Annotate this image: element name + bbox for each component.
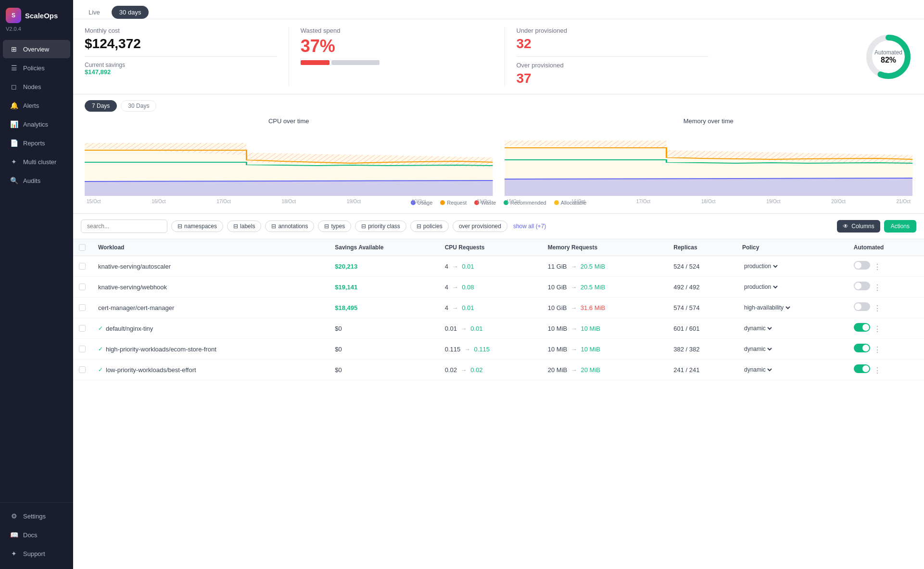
search-input[interactable] bbox=[81, 220, 167, 233]
chart-tab-30days[interactable]: 30 Days bbox=[121, 100, 156, 112]
tab-30days[interactable]: 30 days bbox=[112, 6, 149, 19]
automated-toggle[interactable] bbox=[854, 302, 870, 311]
filter-icon-policies: ⊟ bbox=[417, 223, 421, 230]
th-savings: Savings Available bbox=[329, 239, 439, 256]
docs-icon: 📖 bbox=[10, 530, 18, 539]
summary-row: Monthly cost $124,372 Current savings $1… bbox=[73, 19, 924, 94]
automated-toggle[interactable] bbox=[854, 344, 870, 352]
automated-label: Automated 82% bbox=[874, 49, 902, 65]
automated-toggle[interactable] bbox=[854, 261, 870, 270]
policy-select[interactable]: production bbox=[742, 262, 779, 270]
memory-chart-area: 15/Oct16/Oct17/Oct18/Oct19/Oct20/Oct21/O… bbox=[505, 129, 913, 196]
mem-arrow: → bbox=[570, 284, 577, 291]
sidebar-item-settings[interactable]: ⚙ Settings bbox=[3, 507, 70, 525]
filter-priority-class[interactable]: ⊟ priority class bbox=[355, 220, 406, 232]
filter-types[interactable]: ⊟ types bbox=[318, 220, 351, 232]
row-menu-button[interactable]: ⋮ bbox=[872, 366, 883, 375]
sidebar-item-support[interactable]: ✦ Support bbox=[3, 544, 70, 563]
columns-button[interactable]: 👁 Columns bbox=[837, 220, 880, 233]
filter-over-provisioned[interactable]: over provisioned bbox=[453, 220, 507, 232]
workload-table: Workload Savings Available CPU Requests … bbox=[73, 239, 924, 380]
cpu-arrow: → bbox=[452, 284, 458, 291]
th-checkbox bbox=[73, 239, 92, 256]
charts-row: CPU over time bbox=[85, 117, 912, 196]
sidebar-item-analytics[interactable]: 📊 Analytics bbox=[3, 115, 70, 133]
policy-select[interactable]: production bbox=[742, 283, 779, 291]
mem-arrow: → bbox=[570, 304, 577, 311]
table-row: ✓ low-priority-workloads/best-effort $0 … bbox=[73, 360, 924, 380]
mem-arrow: → bbox=[571, 325, 577, 332]
tab-live[interactable]: Live bbox=[81, 6, 108, 19]
cpu-chart-area: 15/Oct16/Oct17/Oct18/Oct19/Oct20/Oct21/O… bbox=[85, 129, 493, 196]
filter-namespaces[interactable]: ⊟ namespaces bbox=[171, 220, 223, 232]
row-workload: knative-serving/autoscaler bbox=[92, 256, 329, 277]
row-checkbox[interactable] bbox=[79, 366, 86, 373]
row-menu-button[interactable]: ⋮ bbox=[872, 262, 883, 272]
sidebar-item-nodes[interactable]: ◻ Nodes bbox=[3, 78, 70, 96]
sidebar-label-alerts: Alerts bbox=[23, 102, 39, 109]
automated-toggle[interactable] bbox=[854, 323, 870, 332]
row-memory: 10 GiB → 31.6 MiB bbox=[542, 297, 668, 318]
svg-marker-9 bbox=[505, 178, 913, 196]
sidebar-item-overview[interactable]: ⊞ Overview bbox=[3, 40, 70, 58]
row-checkbox-cell bbox=[73, 339, 92, 360]
sidebar-nav: ⊞ Overview ☰ Policies ◻ Nodes 🔔 Alerts 📊… bbox=[0, 38, 73, 502]
policy-select[interactable]: high-availability bbox=[742, 304, 792, 311]
wasted-spend-value: 37% bbox=[301, 36, 493, 56]
row-memory: 20 MiB → 20 MiB bbox=[542, 360, 668, 380]
row-menu-button[interactable]: ⋮ bbox=[872, 283, 883, 292]
sidebar-item-docs[interactable]: 📖 Docs bbox=[3, 526, 70, 544]
row-workload: ✓ default/nginx-tiny bbox=[92, 318, 329, 339]
row-menu-button[interactable]: ⋮ bbox=[872, 345, 883, 354]
multicluster-icon: ✦ bbox=[10, 157, 18, 166]
filter-labels[interactable]: ⊟ labels bbox=[227, 220, 261, 232]
mem-arrow: → bbox=[571, 346, 577, 353]
policy-select[interactable]: dynamic bbox=[742, 345, 773, 353]
row-workload: ✓ high-priority-workloads/ecom-store-fro… bbox=[92, 339, 329, 360]
actions-button[interactable]: Actions bbox=[884, 220, 916, 233]
filter-policies[interactable]: ⊟ policies bbox=[410, 220, 449, 232]
filter-annotations[interactable]: ⊟ annotations bbox=[265, 220, 314, 232]
chart-tab-7days[interactable]: 7 Days bbox=[85, 100, 117, 112]
row-checkbox[interactable] bbox=[79, 304, 86, 311]
donut-chart: Automated 82% bbox=[864, 33, 912, 81]
sidebar-item-reports[interactable]: 📄 Reports bbox=[3, 134, 70, 152]
sidebar-item-policies[interactable]: ☰ Policies bbox=[3, 59, 70, 77]
row-checkbox[interactable] bbox=[79, 284, 86, 290]
sidebar-item-audits[interactable]: 🔍 Audits bbox=[3, 171, 70, 190]
header-checkbox[interactable] bbox=[79, 244, 86, 251]
policy-select[interactable]: dynamic bbox=[742, 324, 773, 332]
row-automated: ⋮ bbox=[848, 277, 924, 297]
waste-bar bbox=[301, 60, 493, 65]
monthly-cost-card: Monthly cost $124,372 Current savings $1… bbox=[85, 27, 289, 86]
automated-toggle[interactable] bbox=[854, 364, 870, 373]
show-all-link[interactable]: show all (+7) bbox=[513, 223, 546, 230]
row-menu-button[interactable]: ⋮ bbox=[872, 324, 883, 334]
filter-icon-annotations: ⊟ bbox=[271, 223, 276, 230]
cpu-arrow: → bbox=[461, 325, 467, 332]
row-checkbox[interactable] bbox=[79, 346, 86, 352]
under-provisioned-value: 32 bbox=[517, 36, 709, 52]
row-savings: $0 bbox=[329, 318, 439, 339]
row-workload: knative-serving/webhook bbox=[92, 277, 329, 297]
memory-chart: Memory over time bbox=[505, 117, 913, 196]
logo-text: ScaleOps bbox=[25, 12, 58, 20]
mem-arrow: → bbox=[570, 263, 577, 270]
filter-icon-types: ⊟ bbox=[324, 223, 329, 230]
policies-icon: ☰ bbox=[10, 64, 18, 72]
verified-icon: ✓ bbox=[98, 366, 103, 373]
support-icon: ✦ bbox=[10, 549, 18, 558]
table-row: cert-manager/cert-manager $18,495 4 → 0.… bbox=[73, 297, 924, 318]
row-policy: dynamic bbox=[736, 360, 848, 380]
row-checkbox[interactable] bbox=[79, 263, 86, 270]
automated-toggle[interactable] bbox=[854, 282, 870, 290]
sidebar-item-alerts[interactable]: 🔔 Alerts bbox=[3, 96, 70, 115]
svg-marker-5 bbox=[85, 181, 493, 196]
sidebar-item-multicluster[interactable]: ✦ Multi cluster bbox=[3, 153, 70, 171]
policy-select[interactable]: dynamic bbox=[742, 366, 773, 374]
verified-icon: ✓ bbox=[98, 346, 103, 352]
nodes-icon: ◻ bbox=[10, 82, 18, 91]
row-checkbox[interactable] bbox=[79, 325, 86, 332]
row-menu-button[interactable]: ⋮ bbox=[872, 304, 883, 313]
sidebar-label-reports: Reports bbox=[23, 140, 45, 147]
